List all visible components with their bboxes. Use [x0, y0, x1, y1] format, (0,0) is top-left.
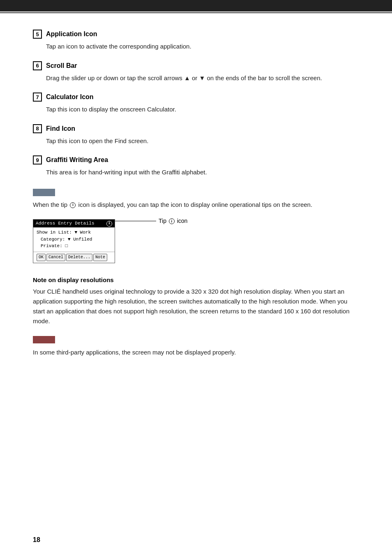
- section-6-title: Scroll Bar: [46, 62, 77, 70]
- main-content: 5 Application Icon Tap an icon to activa…: [0, 13, 392, 386]
- section-6-body: Drag the slider up or down or tap the sc…: [33, 74, 359, 83]
- tip-label: Tip i icon: [159, 218, 187, 224]
- section-9-body: This area is for hand-writing input with…: [33, 168, 359, 177]
- screen-title-text: Address Entry Details: [36, 220, 95, 227]
- tip-inline-icon: i: [70, 202, 76, 208]
- section-7-title: Calculator Icon: [46, 93, 94, 101]
- section-8-body: Tap this icon to open the Find screen.: [33, 137, 359, 146]
- section-5-header: 5 Application Icon: [33, 30, 359, 39]
- section-7: 7 Calculator Icon Tap this icon to displ…: [33, 93, 359, 114]
- section-7-body: Tap this icon to display the onscreen Ca…: [33, 105, 359, 114]
- tip-label-icon: i: [169, 218, 175, 224]
- section-6-header: 6 Scroll Bar: [33, 61, 359, 70]
- page-number: 18: [33, 536, 40, 544]
- caution-color-bar: [33, 336, 55, 343]
- badge-7: 7: [33, 93, 42, 102]
- screen-btn-note: Note: [93, 254, 107, 261]
- caution-block: In some third-party applications, the sc…: [33, 336, 359, 357]
- section-6: 6 Scroll Bar Drag the slider up or down …: [33, 61, 359, 83]
- section-5-title: Application Icon: [46, 30, 97, 38]
- tip-block: When the tip i icon is displayed, you ca…: [33, 189, 359, 265]
- screen-buttons: OK Cancel Delete... Note: [33, 252, 115, 263]
- section-9-title: Graffiti Writing Area: [46, 156, 108, 164]
- screen-row-2: Category: ▼ Unfiled: [37, 236, 111, 243]
- section-8-title: Find Icon: [46, 125, 75, 132]
- screen-mockup-container: Address Entry Details i Show in List: ▼ …: [33, 215, 359, 265]
- section-9: 9 Graffiti Writing Area This area is for…: [33, 155, 359, 177]
- screen-btn-ok: OK: [37, 254, 46, 261]
- badge-6: 6: [33, 61, 42, 70]
- tip-arrow-line: [115, 221, 156, 221]
- badge-9: 9: [33, 155, 42, 164]
- section-8: 8 Find Icon Tap this icon to open the Fi…: [33, 124, 359, 146]
- section-5-body: Tap an icon to activate the correspondin…: [33, 42, 359, 51]
- caution-text: In some third-party applications, the sc…: [33, 348, 359, 357]
- section-7-header: 7 Calculator Icon: [33, 93, 359, 102]
- screen-tip-icon: i: [106, 221, 112, 227]
- tip-color-bar: [33, 189, 55, 196]
- screen-btn-cancel: Cancel: [46, 254, 65, 261]
- badge-8: 8: [33, 124, 42, 133]
- screen-row-3: Private: □: [37, 243, 111, 249]
- tip-arrow-container: Tip i icon: [115, 218, 187, 224]
- screen-body: Show in List: ▼ Work Category: ▼ Unfiled…: [33, 227, 115, 251]
- tip-intro-text: When the tip i icon is displayed, you ca…: [33, 200, 359, 210]
- screen-mockup: Address Entry Details i Show in List: ▼ …: [33, 219, 115, 263]
- screen-title-bar: Address Entry Details i: [33, 220, 115, 227]
- note-heading: Note on display resolutions: [33, 276, 359, 283]
- screen-btn-delete: Delete...: [66, 254, 92, 261]
- top-bar: [0, 0, 392, 12]
- badge-5: 5: [33, 30, 42, 39]
- section-9-header: 9 Graffiti Writing Area: [33, 155, 359, 164]
- note-body: Your CLIÉ handheld uses original technol…: [33, 287, 359, 326]
- note-section: Note on display resolutions Your CLIÉ ha…: [33, 276, 359, 326]
- section-8-header: 8 Find Icon: [33, 124, 359, 133]
- screen-row-1: Show in List: ▼ Work: [37, 229, 111, 236]
- section-5: 5 Application Icon Tap an icon to activa…: [33, 30, 359, 51]
